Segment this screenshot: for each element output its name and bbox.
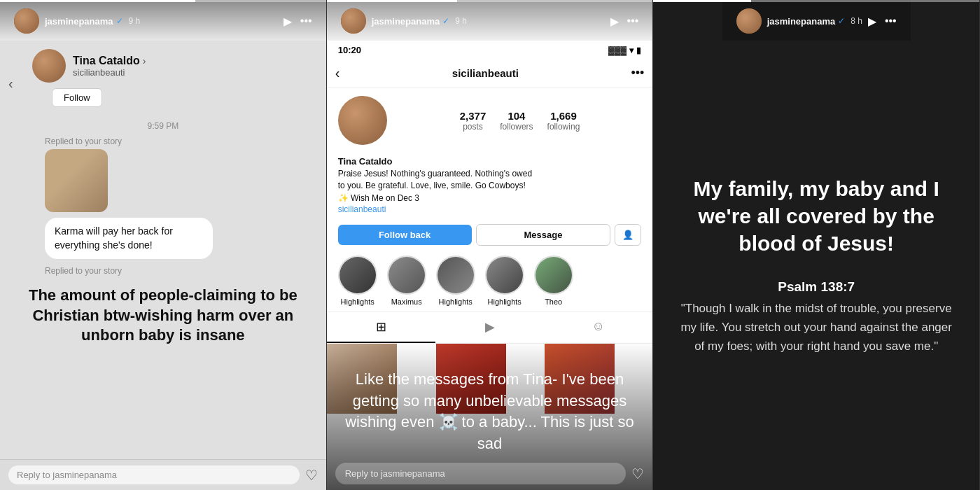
ig-reels-tab[interactable]: ▶	[435, 312, 544, 343]
highlight-label-5: Theo	[545, 298, 562, 306]
phone-status-bar: 10:20 ▓▓▓ ▾ ▮	[327, 41, 653, 59]
avatar-3	[736, 8, 762, 34]
received-message-bubble: Karma will pay her back for everything s…	[45, 218, 213, 259]
story-panel-1: jasminepanama ✓ 9 h ▶ ••• ‹ Tina Cataldo…	[0, 0, 327, 490]
panel3-psalm-ref: Psalm 138:7	[674, 279, 958, 295]
highlight-item-4[interactable]: Highlights	[485, 255, 524, 306]
story-reply-bar-1: Reply to jasminepanama ♡	[0, 459, 326, 490]
battery-icon: ▮	[636, 46, 641, 55]
panel2-overlay-text: Like the messages from Tina- I've been g…	[345, 370, 634, 452]
replied-label-1: Replied to your story	[45, 136, 315, 146]
dm-name: Tina Cataldo	[73, 55, 140, 67]
story-controls-2: ▶ •••	[610, 15, 639, 28]
ig-follow-back-button[interactable]: Follow back	[338, 225, 472, 245]
signal-icon: ▓▓▓	[608, 46, 626, 55]
ig-bio-line2: to you. Be grateful. Love, live, smile. …	[338, 180, 642, 192]
large-caption-text: The amount of people-claiming to be Chri…	[11, 279, 315, 353]
dm-user-details: Tina Cataldo › sicilianbeauti	[73, 55, 146, 78]
story-progress-bar-2	[327, 0, 653, 2]
ig-action-buttons: Follow back Message 👤	[327, 220, 653, 250]
story-controls-3: ▶ •••	[868, 15, 897, 28]
ig-back-icon[interactable]: ‹	[335, 65, 340, 81]
story-user-info: jasminepanama ✓ 9 h	[45, 16, 278, 27]
ig-posts-stat: 2,377 posts	[460, 110, 486, 132]
story-panel-2: jasminepanama ✓ 9 h ▶ ••• 10:20 ▓▓▓ ▾ ▮ …	[327, 0, 654, 490]
ig-person-button[interactable]: 👤	[615, 224, 641, 246]
highlight-item-3[interactable]: Highlights	[436, 255, 475, 306]
highlight-circle-2	[387, 255, 426, 295]
story-progress-bar-3	[653, 0, 979, 2]
dm-image-inner	[45, 149, 108, 212]
message-timestamp: 9:59 PM	[11, 121, 315, 131]
status-icons: ▓▓▓ ▾ ▮	[608, 46, 641, 55]
story-panel-3: jasminepanama ✓ 8 h ▶ ••• My family, my …	[653, 0, 980, 490]
ig-real-name: Tina Cataldo	[338, 156, 642, 167]
highlight-item-1[interactable]: Highlights	[338, 255, 377, 306]
more-button-2[interactable]: •••	[627, 15, 639, 27]
avatar	[14, 8, 39, 34]
panel3-psalm-text: "Though I walk in the midst of trouble, …	[674, 299, 958, 356]
reply-input-1[interactable]: Reply to jasminepanama	[8, 465, 300, 484]
highlight-label-2: Maximus	[391, 298, 422, 306]
story-user-info-2: jasminepanama ✓ 9 h	[372, 16, 605, 27]
story-header-2: jasminepanama ✓ 9 h ▶ •••	[332, 3, 648, 41]
ig-stats: 2,377 posts 104 followers 1,669 followin…	[398, 110, 642, 132]
highlight-circle-3	[436, 255, 475, 295]
back-arrow-icon[interactable]: ‹	[8, 76, 13, 92]
panel3-main-text: My family, my baby and I we're all cover…	[674, 175, 958, 257]
ig-profile-username: sicilianbeauti	[345, 67, 625, 79]
ig-following-stat: 1,669 following	[547, 110, 580, 132]
story-time: 9 h	[129, 16, 141, 26]
follow-button-area: Follow	[52, 88, 315, 107]
wifi-icon: ▾	[629, 46, 634, 55]
ig-tagged-tab[interactable]: ☺	[544, 312, 652, 343]
play-button-2[interactable]: ▶	[610, 15, 619, 28]
ig-bio: Tina Cataldo Praise Jesus! Nothing's gua…	[327, 153, 653, 220]
story-time-3: 8 h	[850, 16, 862, 26]
dm-avatar	[32, 49, 66, 83]
story-time-2: 9 h	[455, 16, 467, 26]
ig-more-icon[interactable]: •••	[631, 66, 644, 80]
dm-image-bubble	[45, 149, 108, 212]
story-user-info-3: jasminepanama ✓ 8 h	[767, 16, 862, 27]
ig-posts-label: posts	[463, 122, 483, 132]
verified-icon-2: ✓	[442, 16, 449, 26]
dm-header: ‹ Tina Cataldo › sicilianbeauti	[11, 41, 315, 88]
ig-followers-label: followers	[500, 122, 533, 132]
highlight-item-5[interactable]: Theo	[534, 255, 573, 306]
story-header-3: jasminepanama ✓ 8 h ▶ •••	[728, 3, 905, 41]
ig-following-label: following	[547, 122, 580, 132]
heart-icon[interactable]: ♡	[305, 467, 318, 484]
ig-wish-text: ✨ Wish Me on Dec 3	[338, 193, 642, 203]
ig-nav: ‹ sicilianbeauti •••	[327, 59, 653, 88]
highlight-label-1: Highlights	[341, 298, 374, 306]
heart-icon-2[interactable]: ♡	[631, 465, 644, 482]
play-button-3[interactable]: ▶	[868, 15, 876, 28]
story-username: jasminepanama	[45, 16, 113, 27]
ig-external-link[interactable]: sicilianbeauti	[338, 204, 642, 214]
story-header-1: jasminepanama ✓ 9 h ▶ •••	[6, 3, 321, 41]
avatar-2	[341, 8, 366, 34]
dm-chevron-icon: ›	[143, 55, 146, 66]
panel1-content: ‹ Tina Cataldo › sicilianbeauti Follow 9…	[0, 41, 326, 459]
panel3-text-area: My family, my baby and I we're all cover…	[653, 41, 979, 490]
more-button-3[interactable]: •••	[885, 15, 897, 27]
follow-button[interactable]: Follow	[52, 88, 102, 107]
play-button[interactable]: ▶	[284, 15, 292, 28]
highlight-item-2[interactable]: Maximus	[387, 255, 426, 306]
highlight-label-3: Highlights	[439, 298, 472, 306]
ig-followers-count: 104	[507, 110, 525, 122]
story-progress-bar	[0, 0, 326, 2]
reply-input-2[interactable]: Reply to jasminepanama	[335, 463, 626, 484]
ig-grid-nav: ⊞ ▶ ☺	[327, 312, 653, 344]
verified-icon: ✓	[116, 16, 123, 26]
ig-message-button[interactable]: Message	[476, 224, 611, 246]
ig-grid-tab[interactable]: ⊞	[327, 312, 435, 343]
ig-highlights-row: Highlights Maximus Highlights Highlights	[327, 250, 653, 312]
ig-bio-line1: Praise Jesus! Nothing's guaranteed. Noth…	[338, 168, 642, 180]
ig-followers-stat: 104 followers	[500, 110, 533, 132]
story-reply-bar-2: Reply to jasminepanama ♡	[327, 457, 653, 490]
story-controls: ▶ •••	[284, 15, 312, 28]
replied-label-2: Replied to your story	[45, 266, 315, 276]
more-button[interactable]: •••	[300, 15, 312, 27]
